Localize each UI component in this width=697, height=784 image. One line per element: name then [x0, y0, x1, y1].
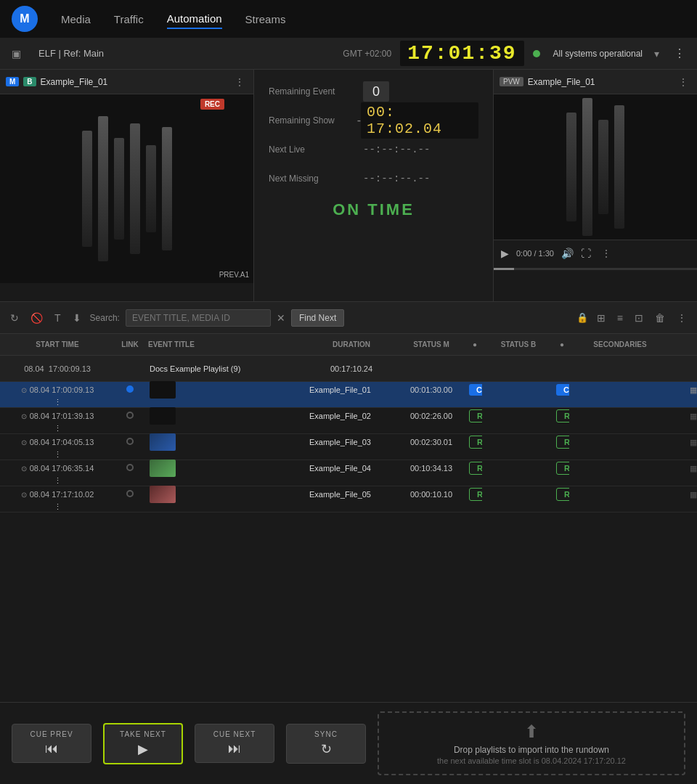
block-icon-btn[interactable]: 🚫 — [28, 309, 46, 327]
remaining-event-row: Remaining Event 0 — [269, 81, 478, 102]
col-status-m-dot: ● — [468, 340, 482, 348]
pvw-more-btn[interactable]: ⋮ — [675, 73, 691, 91]
event-table: START TIME LINK EVENT TITLE DURATION STA… — [0, 334, 697, 513]
next-missing-row: Next Missing --:--:--.-- — [269, 168, 478, 189]
search-clear-btn[interactable]: ✕ — [277, 312, 285, 324]
grid-view-btn[interactable]: ⊞ — [594, 309, 608, 327]
pvw-progress-bar[interactable] — [494, 268, 697, 270]
row-duration: 00:02:26.00 — [395, 412, 468, 420]
refresh-btn[interactable]: ↻ — [7, 309, 22, 327]
pvw-controls-more[interactable]: ⋮ — [598, 245, 614, 262]
table-row[interactable]: ⊙ 08.04 17:01:39.13 Example_File_02 00:0… — [0, 408, 697, 434]
timeline-dot — [126, 490, 134, 497]
pvw-title: Example_File_01 — [528, 77, 671, 87]
sync-btn[interactable]: SYNC ↻ — [286, 724, 366, 764]
search-input[interactable] — [126, 309, 271, 327]
delete-btn[interactable]: 🗑 — [652, 309, 668, 327]
status-badge-ready-m[interactable]: Ready — [469, 488, 482, 501]
status-badge-ready-m[interactable]: Ready — [469, 436, 482, 449]
status-badge-cue-b[interactable]: Cue — [556, 384, 569, 396]
table-row[interactable]: ⊙ 08.04 17:00:09.13 Example_File_01 00:0… — [0, 382, 697, 408]
status-badge-cue-m[interactable]: Cue — [469, 384, 482, 396]
filter-btn[interactable]: ⊡ — [632, 309, 646, 327]
pvw-header: PVW Example_File_01 ⋮ — [494, 70, 697, 94]
row-thumbnail — [148, 486, 308, 503]
row-status-b: Ready — [555, 462, 569, 475]
badge-b: B — [23, 77, 36, 86]
search-label: Search: — [90, 313, 120, 323]
preview-header: M B Example_File_01 ⋮ — [0, 70, 253, 94]
row-more[interactable]: ⋮ — [3, 502, 112, 512]
row-event-title: Example_File_02 — [308, 412, 395, 420]
nav-streams[interactable]: Streams — [245, 10, 286, 28]
nav-traffic[interactable]: Traffic — [114, 10, 144, 28]
row-status-b: Ready — [555, 436, 569, 449]
status-badge-ready-m[interactable]: Ready — [469, 462, 482, 475]
drop-zone[interactable]: ⬆ Drop playlists to import into the rund… — [378, 711, 685, 775]
cue-next-label: CUE NEXT — [195, 730, 274, 738]
row-event-title: Example_File_05 — [308, 490, 395, 499]
row-duration: 00:17:10.24 — [308, 364, 395, 373]
row-event-title: Example_File_01 — [308, 385, 395, 394]
take-next-label: TAKE NEXT — [105, 730, 182, 738]
cue-next-icon: ⏭ — [228, 741, 241, 756]
row-link-dot — [112, 490, 148, 499]
pvw-fullscreen-icon[interactable]: ⛶ — [581, 248, 591, 259]
row-more[interactable]: ⋮ — [3, 424, 112, 433]
take-next-icon: ▶ — [138, 742, 148, 756]
search-right-controls: 🔒 ⊞ ≡ ⊡ 🗑 ⋮ — [576, 309, 690, 327]
nav-automation[interactable]: Automation — [167, 9, 222, 29]
find-next-btn[interactable]: Find Next — [291, 309, 344, 327]
pvw-volume-icon[interactable]: 🔊 — [561, 248, 574, 259]
status-badge-ready-b[interactable]: Ready — [556, 436, 569, 449]
table-row[interactable]: 08.04 17:00:09.13 Docs Example Playlist … — [0, 356, 697, 382]
col-duration: DURATION — [308, 340, 395, 348]
status-badge-ready-b[interactable]: Ready — [556, 462, 569, 475]
row-more[interactable]: ⋮ — [3, 398, 112, 407]
row-event-title: Example_File_03 — [308, 438, 395, 446]
row-link-dot — [112, 464, 148, 473]
status-badge-ready-b[interactable]: Ready — [556, 488, 569, 501]
table-row[interactable]: ⊙ 08.04 17:17:10.02 Example_File_05 00:0… — [0, 486, 697, 513]
row-more[interactable]: ⋮ — [3, 450, 112, 460]
pvw-time-label: 0:00 / 1:30 — [516, 249, 554, 258]
drop-title: Drop playlists to import into the rundow… — [388, 745, 675, 755]
text-btn[interactable]: T — [52, 309, 64, 327]
col-start-time: START TIME — [3, 340, 112, 348]
table-row[interactable]: ⊙ 08.04 17:04:05.13 Example_File_03 00:0… — [0, 434, 697, 460]
table-more-btn[interactable]: ⋮ — [674, 309, 690, 327]
event-thumbnail — [150, 433, 176, 451]
cue-prev-icon: ⏮ — [45, 741, 58, 756]
status-badge-ready-m[interactable]: Ready — [469, 409, 482, 422]
list-view-btn[interactable]: ≡ — [614, 309, 626, 327]
col-flags: FLAGS — [671, 340, 697, 348]
remaining-show-row: Remaining Show - 00: 17:02.04 — [269, 110, 478, 131]
menu-icon[interactable]: ▣ — [9, 45, 24, 62]
preview-more-btn[interactable]: ⋮ — [232, 73, 248, 91]
more-options-btn[interactable]: ⋮ — [671, 44, 688, 63]
take-next-btn[interactable]: TAKE NEXT ▶ — [103, 723, 183, 764]
app-logo[interactable]: M — [12, 6, 38, 32]
row-more[interactable]: ⋮ — [3, 476, 112, 486]
nav-media[interactable]: Media — [61, 10, 91, 28]
pvw-play-btn[interactable]: ▶ — [501, 248, 509, 259]
main-content-area: M B Example_File_01 ⋮ REC PREV.A1 Remain… — [0, 70, 697, 302]
row-event-title: Example_File_04 — [308, 464, 395, 473]
row-link-indicator — [112, 385, 148, 394]
status-dropdown-btn[interactable]: ▾ — [651, 45, 662, 62]
row-status-b: Cue — [555, 384, 569, 396]
remaining-show-label: Remaining Show — [269, 115, 357, 126]
table-row[interactable]: ⊙ 08.04 17:06:35.14 Example_File_04 00:1… — [0, 460, 697, 486]
row-start-time: ⊙ 08.04 17:01:39.13 — [3, 412, 112, 421]
row-event-title: Docs Example Playlist (9) — [148, 364, 308, 373]
row-secondaries: ▦ □ □ □ — [671, 462, 697, 474]
info-panel: Remaining Event 0 Remaining Show - 00: 1… — [254, 70, 494, 301]
row-thumbnail — [148, 407, 308, 425]
cue-next-btn[interactable]: CUE NEXT ⏭ — [195, 724, 274, 763]
search-bar: ↻ 🚫 T ⬇ Search: ✕ Find Next 🔒 ⊞ ≡ ⊡ 🗑 ⋮ — [0, 302, 697, 334]
lock-icon[interactable]: 🔒 — [576, 312, 588, 323]
row-start-time: ⊙ 08.04 17:00:09.13 — [3, 385, 112, 395]
cue-prev-btn[interactable]: CUE PREV ⏮ — [12, 724, 91, 763]
status-badge-ready-b[interactable]: Ready — [556, 409, 569, 422]
download-btn[interactable]: ⬇ — [70, 309, 84, 327]
